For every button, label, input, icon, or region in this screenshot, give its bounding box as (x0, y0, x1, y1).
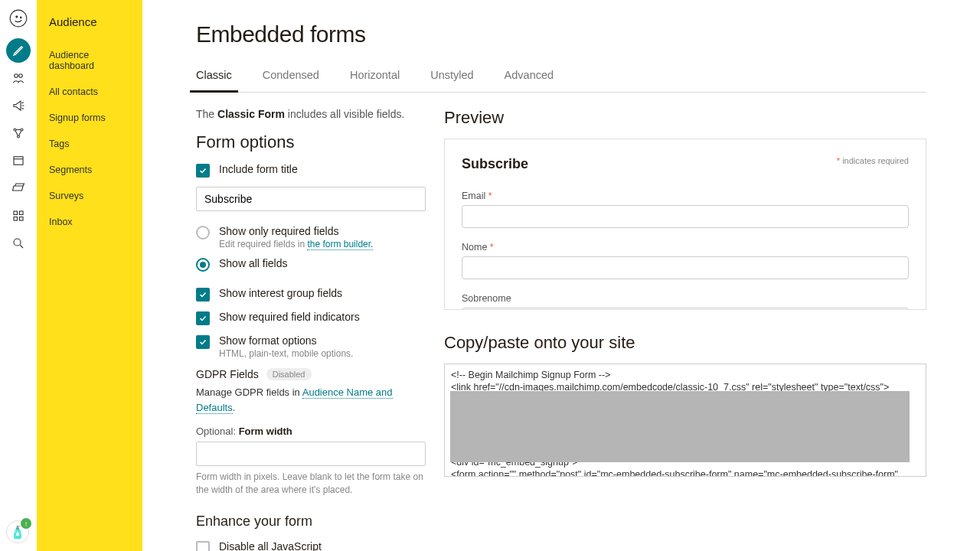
rail-automations[interactable] (0, 119, 37, 147)
svg-point-7 (17, 135, 19, 138)
format-options-sub: HTML, plain-text, mobile options. (219, 348, 353, 359)
show-all-label: Show all fields (219, 257, 288, 269)
width-help: Form width in pixels. Leave blank to let… (196, 471, 426, 497)
svg-point-2 (19, 17, 21, 19)
tab-classic[interactable]: Classic (196, 69, 232, 92)
svg-point-0 (10, 10, 27, 27)
page-title: Embedded forms (196, 21, 926, 47)
content-icon (11, 181, 25, 195)
logo-mailchimp[interactable] (6, 6, 31, 31)
copy-heading: Copy/paste onto your site (444, 333, 926, 353)
megaphone-icon (11, 99, 25, 112)
svg-rect-11 (19, 211, 23, 215)
classic-note: The Classic Form includes all visible fi… (196, 108, 426, 120)
svg-rect-8 (14, 157, 23, 165)
preview-column: Preview * indicates required Subscribe E… (444, 108, 926, 551)
rail-create[interactable] (6, 38, 31, 63)
disable-js-label: Disable all JavaScript (219, 540, 399, 551)
search-icon (11, 236, 25, 250)
subnav-item-dashboard[interactable]: Audience dashboard (37, 42, 142, 79)
width-label: Optional: Form width (196, 425, 426, 437)
radio-show-all[interactable] (196, 258, 210, 272)
svg-point-6 (21, 129, 23, 131)
rail-campaigns[interactable] (0, 92, 37, 119)
svg-point-5 (14, 129, 16, 131)
form-options-column: The Classic Form includes all visible fi… (196, 108, 426, 551)
width-input[interactable] (196, 442, 426, 466)
preview-label-sobrenome: Sobrenome (462, 293, 909, 304)
code-textarea[interactable] (444, 364, 926, 477)
checkbox-interest-groups[interactable] (196, 288, 210, 302)
checkbox-disable-js[interactable] (196, 541, 210, 551)
preview-frame[interactable]: * indicates required Subscribe Email * N… (444, 139, 926, 310)
check-icon (198, 337, 207, 347)
title-input[interactable] (196, 187, 426, 211)
interest-groups-label: Show interest group fields (219, 287, 342, 299)
form-builder-link[interactable]: the form builder. (307, 239, 373, 250)
subnav-item-signup-forms[interactable]: Signup forms (37, 105, 142, 131)
rail-content[interactable] (0, 174, 37, 202)
radio-show-required[interactable] (196, 226, 210, 240)
tab-horizontal[interactable]: Horizontal (350, 69, 400, 92)
svg-rect-13 (19, 217, 23, 221)
subnav-item-inbox[interactable]: Inbox (37, 209, 142, 235)
rail-search[interactable] (0, 230, 37, 257)
icon-rail (0, 0, 37, 551)
tab-unstyled[interactable]: Unstyled (430, 69, 473, 92)
required-indicators-label: Show required field indicators (219, 311, 360, 323)
checkbox-include-title[interactable] (196, 164, 210, 178)
svg-point-1 (15, 15, 18, 18)
gdpr-label: GDPR Fields (196, 368, 259, 380)
pencil-icon (12, 44, 24, 57)
sub-nav: Audience Audience dashboard All contacts… (37, 0, 142, 551)
tabs: Classic Condensed Horizontal Unstyled Ad… (196, 69, 926, 93)
gdpr-badge: Disabled (266, 368, 312, 380)
required-note: * indicates required (837, 156, 909, 165)
subnav-item-tags[interactable]: Tags (37, 131, 142, 157)
preview-input-nome[interactable] (462, 256, 909, 279)
preview-heading: Preview (444, 108, 926, 128)
edit-required-note: Edit required fields in the form builder… (219, 239, 373, 249)
rail-audience[interactable] (0, 64, 37, 92)
show-required-label: Show only required fields (219, 225, 373, 237)
svg-point-4 (18, 74, 22, 78)
mailchimp-icon (8, 8, 28, 28)
svg-line-15 (20, 245, 23, 248)
svg-point-14 (14, 239, 21, 246)
svg-rect-10 (14, 211, 18, 215)
include-title-label: Include form title (219, 163, 298, 175)
check-icon (198, 290, 207, 299)
svg-point-3 (14, 74, 18, 78)
subnav-title: Audience (37, 8, 142, 42)
website-icon (11, 154, 25, 168)
svg-rect-12 (14, 217, 18, 221)
tab-advanced[interactable]: Advanced (505, 69, 554, 92)
float-badge-up: ↑ (21, 518, 31, 529)
check-icon (198, 314, 207, 323)
integrations-icon (11, 209, 25, 223)
rail-website[interactable] (0, 147, 37, 174)
rail-integrations[interactable] (0, 202, 37, 230)
tab-condensed[interactable]: Condensed (263, 69, 319, 92)
checkbox-format-options[interactable] (196, 335, 210, 349)
form-options-heading: Form options (196, 132, 426, 152)
preview-input-email[interactable] (462, 205, 909, 228)
enhance-heading: Enhance your form (196, 514, 426, 530)
subnav-item-surveys[interactable]: Surveys (37, 183, 142, 209)
subnav-item-contacts[interactable]: All contacts (37, 79, 142, 105)
check-icon (198, 166, 207, 175)
main-content: Embedded forms Classic Condensed Horizon… (142, 0, 980, 551)
automations-icon (11, 126, 25, 140)
preview-input-sobrenome[interactable] (462, 308, 909, 310)
preview-label-nome: Nome * (462, 242, 909, 253)
audience-icon (11, 71, 25, 85)
gdpr-text: Manage GDPR fields in Audience Name and … (196, 385, 426, 415)
preview-label-email: Email * (462, 191, 909, 201)
format-options-label: Show format options (219, 334, 353, 347)
subnav-item-segments[interactable]: Segments (37, 157, 142, 183)
checkbox-required-indicators[interactable] (196, 311, 210, 325)
help-float-button[interactable]: 🧴 ↑ (6, 520, 29, 543)
